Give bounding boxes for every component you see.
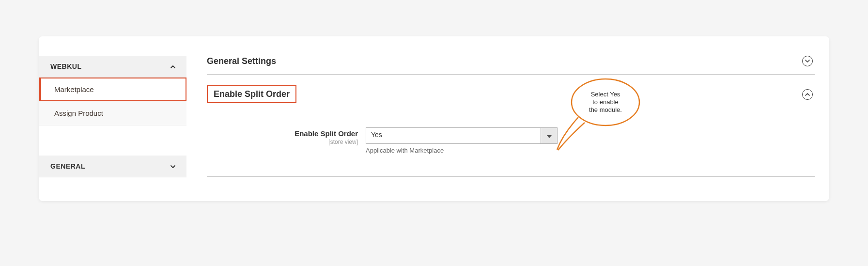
- sidebar-group-general[interactable]: GENERAL: [39, 156, 186, 177]
- sidebar-group-label: GENERAL: [50, 162, 85, 170]
- select-value: Yes: [366, 127, 541, 144]
- config-content: General Settings Enable Split Order Enab…: [186, 36, 829, 201]
- section-general-settings[interactable]: General Settings: [207, 56, 815, 75]
- field-note: Applicable with Marketplace: [366, 147, 558, 154]
- collapse-down-icon[interactable]: [802, 56, 813, 66]
- chevron-down-icon: [170, 164, 175, 169]
- enable-split-order-select[interactable]: Yes: [366, 127, 558, 144]
- section-enable-split-order[interactable]: Enable Split Order: [207, 85, 815, 111]
- caret-down-icon: [547, 131, 552, 140]
- section-title: Enable Split Order: [207, 85, 296, 103]
- field-scope: [store view]: [207, 139, 358, 145]
- chevron-up-icon: [170, 64, 175, 69]
- sidebar-items: Marketplace Assign Product: [39, 78, 186, 125]
- field-label: Enable Split Order: [207, 129, 358, 138]
- section-divider: [207, 176, 815, 177]
- section-title: General Settings: [207, 56, 276, 66]
- sidebar-item-label: Marketplace: [54, 85, 94, 94]
- sidebar-item-marketplace[interactable]: Marketplace: [39, 78, 186, 101]
- config-sidebar: WEBKUL Marketplace Assign Product GENERA…: [39, 36, 186, 201]
- field-label-wrap: Enable Split Order [store view]: [207, 127, 366, 145]
- field-control: Yes Applicable with Marketplace: [366, 127, 558, 154]
- collapse-up-icon[interactable]: [802, 89, 813, 100]
- settings-card: WEBKUL Marketplace Assign Product GENERA…: [39, 36, 829, 201]
- sidebar-item-label: Assign Product: [54, 109, 103, 117]
- sidebar-item-assign-product[interactable]: Assign Product: [39, 101, 186, 125]
- sidebar-group-webkul[interactable]: WEBKUL: [39, 56, 186, 78]
- sidebar-group-label: WEBKUL: [50, 63, 81, 70]
- field-enable-split-order: Enable Split Order [store view] Yes Appl…: [207, 127, 815, 154]
- select-caret[interactable]: [541, 127, 558, 144]
